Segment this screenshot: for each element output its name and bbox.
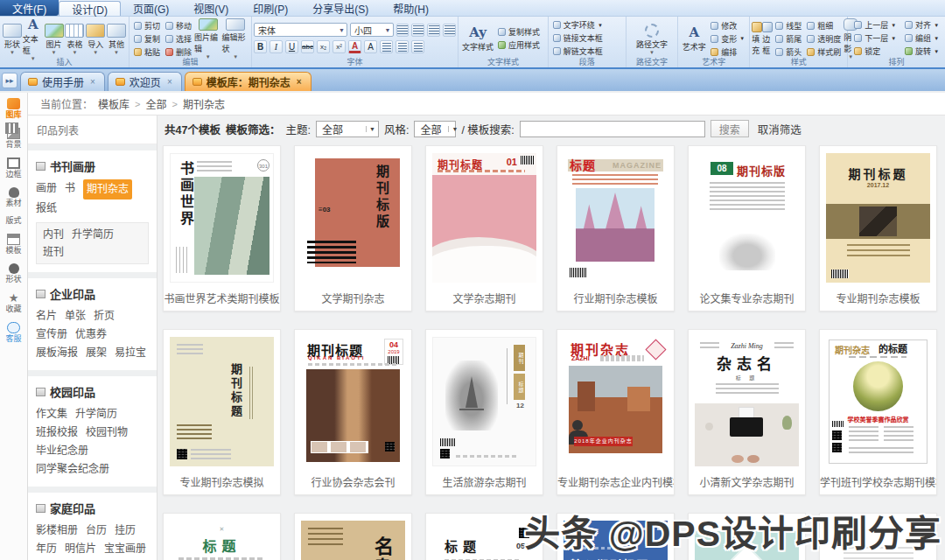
tag-campus-journal[interactable]: 校园刊物 <box>86 424 128 442</box>
template-search-input[interactable] <box>520 121 705 137</box>
line-spacing-button[interactable] <box>396 40 409 53</box>
tag-newspaper[interactable]: 报纸 <box>36 200 57 218</box>
border-button[interactable]: 边框 <box>762 18 773 59</box>
template-card[interactable]: ✕ 标题 <box>163 513 281 560</box>
arrange-text-button[interactable]: 编排 <box>708 46 747 58</box>
menu-design[interactable]: 设计(D) <box>59 1 121 16</box>
search-button[interactable]: 搜索 <box>710 120 749 137</box>
sidebar-item-service[interactable]: 客服 <box>0 318 28 348</box>
menu-print[interactable]: 印刷(P) <box>241 0 300 16</box>
breadcrumb-all[interactable]: 全部 <box>145 96 166 111</box>
template-card[interactable]: 期刊杂志 的标题 学校美誉季赛作品欣赏 <box>819 329 937 495</box>
tag-flyer[interactable]: 单张 <box>65 307 86 326</box>
text-style-button[interactable]: Ay文字样式 <box>460 18 495 59</box>
menu-view[interactable]: 视图(V) <box>181 0 241 16</box>
tag-class-paper[interactable]: 班报校报 <box>36 424 78 442</box>
word-art-button[interactable]: A艺术字 <box>680 18 708 59</box>
table-button[interactable]: 表格▼ <box>64 18 85 59</box>
shape-button[interactable]: 形状▼ <box>2 18 23 59</box>
tag-stand[interactable]: 展架 <box>86 344 107 362</box>
sidebar-item-template[interactable]: 模板 <box>0 230 28 260</box>
tag-class-journal[interactable]: 班刊 <box>43 243 64 261</box>
modify-button[interactable]: 修改 <box>708 20 747 32</box>
tag-admission-resume2[interactable]: 升学简历 <box>75 405 117 424</box>
menu-file[interactable]: 文件(F) <box>0 0 59 16</box>
italic-button[interactable]: I <box>270 40 283 53</box>
tag-folded[interactable]: 折页 <box>94 307 115 326</box>
breadcrumb-library[interactable]: 模板库 <box>98 96 130 111</box>
subscript-button[interactable]: x₂ <box>317 40 330 53</box>
close-tab-icon[interactable]: × <box>165 77 174 88</box>
tag-studio-album[interactable]: 影楼相册 <box>36 522 78 540</box>
tag-admission-resume[interactable]: 升学简历 <box>72 226 114 243</box>
sidebar-item-shape[interactable]: 形状 <box>0 260 28 289</box>
align-justify-button[interactable] <box>443 24 456 37</box>
delete-button[interactable]: 删除 <box>163 46 194 58</box>
close-tab-icon[interactable]: × <box>295 77 304 88</box>
template-card[interactable]: 301 书画世界 书画世界艺术类期刊模板 <box>163 145 281 312</box>
unlink-textbox-button[interactable]: 解链文本框 <box>550 46 606 57</box>
tab-welcome[interactable]: 欢迎页× <box>108 72 182 91</box>
tag-year-calendar[interactable]: 年历 <box>36 540 57 558</box>
menu-page[interactable]: 页面(G) <box>121 0 181 16</box>
template-card[interactable]: MAGAZINE 标题 行业期刊杂志模板 <box>556 145 675 312</box>
tab-scroll-button[interactable]: ▸▸ <box>2 73 18 88</box>
path-text-button[interactable]: 路径文字▼ <box>631 18 673 59</box>
tag-internal-journal[interactable]: 内刊 <box>43 226 64 243</box>
align-left-button[interactable] <box>396 24 410 37</box>
import-button[interactable]: 导入▼ <box>85 18 106 59</box>
tab-user-manual[interactable]: 使用手册× <box>20 72 105 91</box>
tag-book[interactable]: 书 <box>65 179 75 200</box>
tag-business-card[interactable]: 名片 <box>36 307 57 326</box>
close-tab-icon[interactable]: × <box>88 77 97 88</box>
cut-button[interactable]: 剪切 <box>131 20 163 32</box>
tag-baby-album[interactable]: 宝宝画册 <box>104 540 146 558</box>
font-name-select[interactable]: 宋体▼ <box>254 23 347 37</box>
template-card[interactable]: 期刊标题 专业期刊杂志模拟 <box>163 329 281 495</box>
bring-forward-button[interactable]: 上一层▼ <box>851 19 899 31</box>
breadcrumb-journal[interactable]: 期刊杂志 <box>183 96 225 111</box>
sidebar-item-gallery[interactable]: 图库 <box>0 94 28 124</box>
link-textbox-button[interactable]: 链接文本框 <box>550 32 606 44</box>
font-grow-button[interactable]: A <box>364 40 377 53</box>
font-size-select[interactable]: 小四▼ <box>350 23 394 37</box>
copy-button[interactable]: 复制 <box>131 33 163 45</box>
group-button[interactable]: 编组▼ <box>902 32 942 44</box>
template-card[interactable]: 期刊杂志 ZAZHI 2018年企业内刊杂志 <box>556 329 675 495</box>
select-button[interactable]: 选择 <box>163 33 194 45</box>
cancel-filter-button[interactable]: 取消筛选 <box>758 121 802 137</box>
tag-album[interactable]: 画册 <box>36 179 57 200</box>
tag-essay-collection[interactable]: 作文集 <box>36 405 67 424</box>
underline-button[interactable]: U <box>285 40 298 53</box>
template-card[interactable]: 期刊标题 QIKAN BIAOTI 04 2019 <box>294 329 412 495</box>
char-spacing-button[interactable] <box>380 40 393 53</box>
menu-help[interactable]: 帮助(H) <box>381 0 441 16</box>
template-card[interactable]: 期刊 标题 12 生活旅游杂志期刊 <box>425 329 543 495</box>
theme-select[interactable]: 全部▼ <box>316 121 379 137</box>
strikethrough-button[interactable]: abc <box>301 40 314 53</box>
sidebar-item-layout[interactable]: 版式 <box>0 213 28 230</box>
template-card[interactable]: 名杂志 2018.4 <box>294 513 412 560</box>
text-wrap-button[interactable]: 文字环绕▼ <box>550 19 606 31</box>
tag-poster[interactable]: 展板海报 <box>36 344 78 362</box>
paste-button[interactable]: 粘贴 <box>131 46 163 58</box>
lock-button[interactable]: 锁定 <box>851 46 899 57</box>
tab-template-library[interactable]: 模板库：期刊杂志× <box>185 72 312 91</box>
tag-journal-active[interactable]: 期刊杂志 <box>83 179 132 200</box>
image-edit-button[interactable]: 图片编辑▼ <box>194 18 221 59</box>
template-card[interactable]: Zazhi Ming 杂志名 标 题 <box>688 329 806 495</box>
image-button[interactable]: 图片▼ <box>44 18 65 59</box>
tag-rollup[interactable]: 易拉宝 <box>115 344 146 362</box>
superscript-button[interactable]: x² <box>332 40 346 53</box>
transparency-button[interactable]: 透明度 <box>804 33 844 45</box>
align-right-button[interactable] <box>427 24 440 37</box>
bold-button[interactable]: B <box>254 40 267 53</box>
tag-graduation-album[interactable]: 毕业纪念册 <box>36 442 88 460</box>
textbox-button[interactable]: A文本框▼ <box>23 18 44 59</box>
sidebar-item-material[interactable]: 素材 <box>0 184 28 213</box>
other-button[interactable]: 其他▼ <box>106 18 127 59</box>
copy-style-button[interactable]: 复制样式 <box>495 26 542 38</box>
move-button[interactable]: 移动 <box>163 20 194 32</box>
template-card[interactable]: ≡03 期刊标版 文学期刊杂志 <box>294 145 412 312</box>
apply-style-button[interactable]: 应用样式 <box>495 39 542 51</box>
